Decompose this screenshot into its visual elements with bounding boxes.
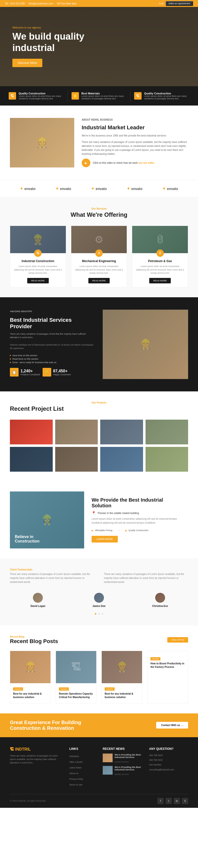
industrial-right: 👷‍♂️ <box>103 310 188 379</box>
project-item-3[interactable] <box>100 420 143 444</box>
footer-link-6[interactable]: Terms of Use <box>69 782 95 786</box>
blog-post-title-2: Remote Operations Capacity Critical For … <box>59 692 93 699</box>
project-item-5[interactable] <box>10 447 53 472</box>
email-info: info@yourdomain.com <box>29 2 53 5</box>
services-grid: 👷 🏗 Industrial Construction Lorem ipsum … <box>10 226 188 287</box>
dot-2[interactable] <box>98 613 100 615</box>
cta-title: Great Experience For BuildingConstructio… <box>10 720 81 731</box>
service-readmore-3[interactable]: READ MORE <box>149 278 171 283</box>
blog-tag-4: Industry <box>151 657 160 660</box>
project-item-2[interactable] <box>55 420 98 444</box>
stat-customers-text: 87,450+ Happy Customers <box>53 369 71 376</box>
industrial-list: Save time on this section. Read More on … <box>10 354 95 364</box>
social-instagram-icon[interactable]: in <box>174 798 180 804</box>
blog-tag-2: Industry <box>59 687 69 691</box>
about-content: ABOUT INDRIL BUSINESS Industrial Market … <box>82 118 188 167</box>
industrial-content: AMAZING INDUSTRY Best Industrial Service… <box>10 310 95 379</box>
footer-news-date-2: Quality Services <box>114 773 129 775</box>
solution-img-title: Believe inConstruction <box>15 534 40 544</box>
blog-post-title-1: Best for any industrial & business solut… <box>13 692 47 699</box>
service-readmore-2[interactable]: READ MORE <box>88 278 110 283</box>
social-twitter-icon[interactable]: t <box>166 798 172 804</box>
blog-view-all-button[interactable]: View All Post <box>167 637 188 643</box>
project-item-6[interactable] <box>55 447 98 472</box>
service-img-1: 👷 🏗 <box>10 226 66 253</box>
hero-features-row: 🏗 Quality Construction Lorem ipsum dolor… <box>0 86 198 105</box>
appointment-button[interactable]: Make an Appointment <box>166 1 193 6</box>
project-item-1[interactable] <box>10 420 53 444</box>
footer-news-item-2: We're Providing the Best Industrial Serv… <box>103 766 142 776</box>
dot-3[interactable] <box>102 613 103 615</box>
footer-news-img-2 <box>103 766 112 775</box>
learn-more-button[interactable]: LEARN MORE <box>92 536 118 542</box>
phone-info: Tel: +014 012 658 <box>5 2 25 5</box>
project-item-7[interactable] <box>100 447 143 472</box>
cta-contact-button[interactable]: Contact With us → <box>156 722 188 728</box>
solution-mini-text-2: Quality Construction <box>128 529 148 532</box>
service-icon-overlay-1: 🏗 <box>34 249 41 257</box>
stat-projects-label: Projects Completed <box>21 373 40 376</box>
footer-bottom: © 2024 Indutrial. All rights Reserved. f… <box>10 794 188 804</box>
blog-card-1: 👷 Industry Best for any industrial & bus… <box>10 651 51 704</box>
footer-logo: 🏗 INDTRIL <box>10 747 62 751</box>
footer-news-text-2: We're Providing the Best Industrial Serv… <box>114 766 142 776</box>
brand-1: ✦ envato <box>20 186 35 191</box>
service-title-1: Industrial Construction <box>14 259 62 263</box>
hours-info: 08 Free 8am-5pm <box>57 2 76 5</box>
solution-mini-text-1: Affordable Pricing <box>95 529 112 532</box>
feature-title-1: Quality Construction <box>19 92 64 95</box>
footer-links-col: LINKS Industries Take a Quote Latest New… <box>69 747 95 788</box>
client-name-2: James Doe <box>71 605 127 608</box>
footer-contact-title: ANY QUESTION? <box>149 747 188 751</box>
hero-cta-button[interactable]: Discover More <box>12 59 42 67</box>
footer-link-3[interactable]: Latest News <box>69 765 95 769</box>
brand-5: ✦ envato <box>162 186 178 191</box>
projects-tag: Our Projects <box>10 401 188 404</box>
solution-feature-text: Pioneer in the volatile market building <box>98 512 139 515</box>
brand-icon-4: ✦ <box>127 186 130 191</box>
blog-img-1: 👷 <box>10 651 51 683</box>
footer-link-2[interactable]: Take a Quote <box>69 759 95 764</box>
carousel-dots <box>10 611 188 616</box>
blog-header: Recent Blog Recent Blog Posts View All P… <box>10 636 188 645</box>
footer-news-headline-1: We're Providing the Best Industrial Serv… <box>114 753 142 758</box>
about-video[interactable]: ▶ Click on this video to check how we wo… <box>82 159 188 167</box>
social-facebook-icon[interactable]: f <box>157 798 164 804</box>
blog-content-1: Industry Best for any industrial & busin… <box>10 683 51 703</box>
stat-customers-num: 87,450+ <box>53 369 71 373</box>
footer-link-4[interactable]: About Us <box>69 771 95 775</box>
dot-1[interactable] <box>95 613 96 615</box>
brand-icon-5: ✦ <box>162 186 166 191</box>
solution-img-text: Believe inConstruction <box>15 534 40 544</box>
footer-contact-col: ANY QUESTION? 456 789 0023 456 789 0023 … <box>149 747 188 788</box>
brand-2: ✦ envato <box>56 186 71 191</box>
industrial-desc: There are many variations of passages of… <box>10 332 95 339</box>
blog-tag: Recent Blog <box>10 636 58 638</box>
service-desc-3: Lorem ipsum dolor sit amet consectetur a… <box>136 265 184 275</box>
service-readmore-1[interactable]: READ MORE <box>27 278 49 283</box>
projects-grid <box>10 420 188 472</box>
stats-inline: 📋 1,240+ Projects Completed 😊 87,450+ Ha… <box>10 368 95 376</box>
blog-tag-1: Industry <box>13 687 23 691</box>
footer-link-5[interactable]: Privacy Policy <box>69 776 95 781</box>
industrial-list-item-1: Save time on this section. <box>10 354 95 357</box>
footer-news-title: RECENT NEWS <box>103 747 142 751</box>
blog-post-title-4: How to Boost Productivity in the Factory… <box>151 662 185 669</box>
top-bar-left: Tel: +014 012 658 info@yourdomain.com 08… <box>5 2 76 5</box>
solution-feature-icon: 📍 <box>92 511 96 515</box>
solution-mini-icon-1: ▶ <box>92 529 94 532</box>
project-item-8[interactable] <box>145 447 188 472</box>
service-desc-1: Lorem ipsum dolor sit amet consectetur a… <box>14 265 62 275</box>
testimonial-card-1: David Logan <box>10 593 66 608</box>
stat-projects-text: 1,240+ Projects Completed <box>21 369 40 376</box>
service-content-2: Mechanical Engineering Lorem ipsum dolor… <box>71 253 127 287</box>
solution-section: 👷‍♀️ Believe inConstruction We Provide t… <box>0 482 198 558</box>
feature-icon-1: 🏗 <box>9 92 16 100</box>
play-button[interactable]: ▶ <box>82 159 90 167</box>
project-item-4[interactable] <box>145 420 188 444</box>
social-linkedin-icon[interactable]: li <box>182 798 188 804</box>
footer-link-1[interactable]: Industries <box>69 753 95 758</box>
feature-icon-2: ⭐ <box>71 92 79 100</box>
footer-copyright: © 2024 Indutrial. All rights Reserved. <box>10 800 46 802</box>
services-tag: Our Services <box>10 207 188 210</box>
